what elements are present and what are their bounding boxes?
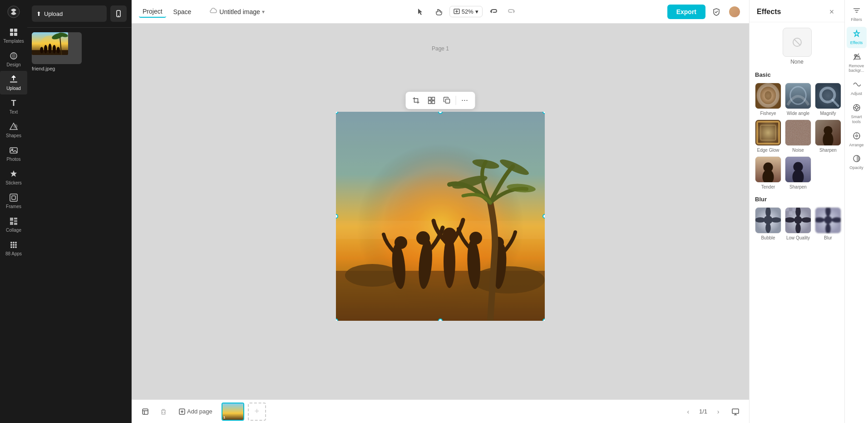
canvas-container[interactable]: ···: [336, 112, 545, 321]
svg-point-19: [13, 242, 15, 244]
effect-magnify-thumb: [815, 83, 841, 109]
sidebar-item-frames[interactable]: Frames: [0, 189, 27, 213]
layout-button[interactable]: [425, 94, 439, 107]
basic-effects-grid: Fisheye Wide angle: [755, 83, 839, 189]
effect-lowquality[interactable]: Low Quality: [785, 207, 811, 240]
bottom-bar: Add page 1 + ‹ 1/1 ›: [132, 399, 749, 423]
effects-panel: Effects × None Basic: [749, 0, 844, 423]
effect-wideangle[interactable]: Wide angle: [785, 83, 811, 116]
effect-edgeglow-label: Edge Glow: [757, 148, 779, 153]
sub-tool-effects[interactable]: Effects: [847, 27, 867, 48]
add-page-label: Add page: [187, 408, 212, 415]
present-button[interactable]: [729, 405, 742, 418]
shield-icon[interactable]: [709, 5, 724, 19]
page-settings-button[interactable]: [139, 405, 152, 418]
svg-point-22: [13, 244, 15, 246]
effect-none[interactable]: None: [755, 28, 839, 65]
add-page-thumb[interactable]: +: [248, 403, 266, 421]
float-toolbar: ···: [406, 92, 475, 109]
sidebar-item-templates[interactable]: Templates: [0, 24, 27, 47]
effect-sharpen2-label: Sharpen: [789, 184, 807, 189]
sub-tool-smarttools[interactable]: Smart tools: [847, 101, 867, 127]
more-button[interactable]: ···: [458, 94, 472, 107]
doc-title-area: Untitled image ▾: [209, 7, 265, 16]
sidebar-item-collage[interactable]: Collage: [0, 213, 27, 236]
sidebar-item-upload[interactable]: Upload: [0, 71, 27, 95]
page-next-button[interactable]: ›: [713, 406, 724, 417]
pointer-tool[interactable]: [413, 5, 428, 19]
svg-point-111: [824, 216, 832, 224]
svg-rect-2: [14, 29, 17, 32]
effect-noise[interactable]: Noise: [785, 119, 811, 153]
effect-blur[interactable]: Blur: [815, 207, 841, 240]
blur-effects-grid: Bubble: [755, 207, 839, 240]
sub-tool-opacity[interactable]: Opacity: [847, 152, 867, 173]
sidebar-item-shapes[interactable]: Shapes: [0, 118, 27, 142]
svg-point-25: [13, 246, 15, 248]
undo-button[interactable]: [486, 5, 501, 19]
svg-point-28: [118, 15, 119, 16]
effect-noise-thumb: [785, 119, 811, 146]
page-thumb-1[interactable]: 1: [222, 403, 244, 421]
filters-icon: [853, 6, 861, 16]
effect-edgeglow[interactable]: Edge Glow: [755, 119, 781, 153]
arrange-icon: [853, 132, 861, 142]
sidebar-item-text[interactable]: T Text: [0, 95, 27, 118]
sub-tool-removebg[interactable]: Remove backgr...: [847, 50, 867, 76]
sub-tool-adjust[interactable]: Adjust: [847, 78, 867, 99]
opacity-icon: [853, 154, 861, 164]
title-dropdown-icon[interactable]: ▾: [262, 9, 265, 15]
sidebar-item-apps[interactable]: 88 Apps: [0, 236, 27, 260]
uploaded-file-item[interactable]: Added: [32, 32, 86, 71]
effect-sharpen1[interactable]: Sharpen: [815, 119, 841, 153]
svg-point-104: [795, 223, 801, 233]
sidebar: Templates Design Upload T Text: [0, 0, 27, 423]
effect-fisheye[interactable]: Fisheye: [755, 83, 781, 116]
add-page-button[interactable]: Add page: [175, 406, 216, 417]
main-area: Project Space Untitled image ▾: [132, 0, 749, 423]
crop-button[interactable]: [409, 94, 423, 107]
user-avatar[interactable]: [727, 5, 742, 19]
nav-project[interactable]: Project: [139, 6, 166, 18]
svg-point-33: [44, 45, 47, 54]
effect-blur-label: Blur: [824, 235, 832, 240]
sidebar-item-label: 88 Apps: [5, 251, 22, 256]
sub-tool-filters[interactable]: Filters: [847, 4, 867, 25]
svg-rect-85: [785, 120, 811, 145]
effect-bubble[interactable]: Bubble: [755, 207, 781, 240]
export-button[interactable]: Export: [667, 5, 705, 19]
svg-point-91: [763, 163, 773, 172]
sidebar-item-photos[interactable]: Photos: [0, 142, 27, 165]
zoom-control[interactable]: 52% ▾: [449, 6, 483, 17]
svg-point-75: [764, 91, 771, 100]
adjust-label: Adjust: [851, 91, 862, 96]
sidebar-item-label: Text: [10, 109, 18, 114]
zoom-dropdown[interactable]: ▾: [475, 8, 478, 15]
mobile-upload-button[interactable]: [110, 5, 127, 22]
effect-edgeglow-thumb: [755, 119, 781, 146]
sub-tool-arrange[interactable]: Arrange: [847, 129, 867, 150]
nav-space[interactable]: Space: [170, 6, 195, 17]
effects-content: None Basic Fisheye: [750, 22, 844, 423]
delete-page-button[interactable]: [157, 405, 170, 418]
effect-magnify[interactable]: Magnify: [815, 83, 841, 116]
adjust-icon: [853, 80, 861, 90]
removebg-icon: [853, 53, 861, 63]
effect-sharpen2[interactable]: Sharpen: [785, 156, 811, 189]
svg-point-34: [48, 44, 51, 53]
effects-close-button[interactable]: ×: [826, 6, 837, 17]
sidebar-item-design[interactable]: Design: [0, 47, 27, 71]
effects-panel-title: Effects: [757, 8, 781, 16]
thumbnail-image: [32, 32, 68, 55]
sidebar-item-stickers[interactable]: Stickers: [0, 165, 27, 189]
page-prev-button[interactable]: ‹: [683, 406, 694, 417]
redo-button[interactable]: [504, 5, 519, 19]
duplicate-button[interactable]: [440, 94, 454, 107]
document-title[interactable]: Untitled image: [219, 8, 260, 15]
upload-btn-label: Upload: [44, 10, 63, 17]
canvas-image[interactable]: ↻: [336, 112, 545, 321]
hand-tool[interactable]: [431, 5, 446, 19]
effect-tender[interactable]: Tender: [755, 156, 781, 189]
svg-point-128: [856, 135, 858, 137]
upload-button[interactable]: ⬆ Upload: [32, 5, 107, 22]
